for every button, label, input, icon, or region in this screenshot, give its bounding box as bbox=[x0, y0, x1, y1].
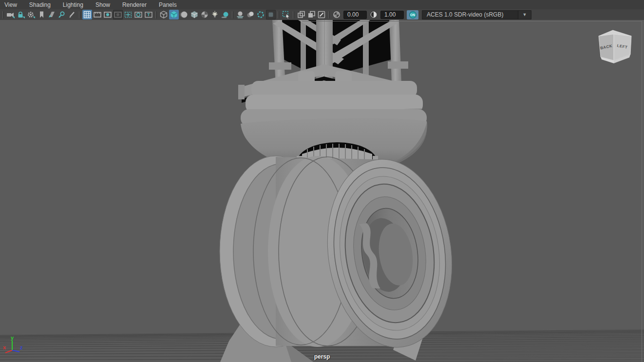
gate-mask-icon[interactable] bbox=[113, 10, 123, 19]
toolbar-grip bbox=[278, 11, 279, 19]
shadows-icon[interactable] bbox=[220, 10, 230, 19]
image-plane-icon[interactable] bbox=[47, 10, 57, 19]
view-cube[interactable]: BACK LEFT bbox=[599, 30, 631, 63]
use-default-material-icon[interactable] bbox=[200, 10, 209, 19]
wireframe-icon[interactable] bbox=[159, 10, 169, 19]
axis-z-label: z bbox=[20, 344, 23, 350]
scene-canvas: y x z BACK LEFT bbox=[0, 20, 644, 362]
view-transform-toggle[interactable]: ON bbox=[407, 10, 418, 19]
viewport-3d[interactable]: y x z BACK LEFT persp bbox=[0, 20, 644, 362]
pan-zoom-icon[interactable] bbox=[57, 10, 67, 19]
lighting-icon[interactable] bbox=[210, 10, 220, 19]
split-view-icon[interactable] bbox=[306, 10, 316, 19]
color-space-dropdown[interactable]: ACES 1.0 SDR-video (sRGB) ▼ bbox=[422, 10, 531, 19]
menu-show[interactable]: Show bbox=[95, 1, 110, 8]
safe-title-icon[interactable]: T bbox=[144, 10, 153, 19]
menu-view[interactable]: View bbox=[4, 1, 17, 8]
model-wheel[interactable] bbox=[220, 151, 464, 355]
svg-text:T: T bbox=[147, 12, 150, 17]
axis-x-label: x bbox=[3, 344, 6, 350]
bookmark-icon[interactable] bbox=[37, 10, 46, 19]
toolbar-grip bbox=[232, 11, 233, 19]
exposure-icon[interactable] bbox=[332, 10, 341, 19]
resolution-gate-icon[interactable] bbox=[103, 10, 113, 19]
wireframe-on-shaded-icon[interactable] bbox=[189, 10, 199, 19]
field-chart-icon[interactable] bbox=[123, 10, 133, 19]
menu-lighting[interactable]: Lighting bbox=[63, 1, 83, 8]
camera-label: persp bbox=[0, 353, 644, 360]
panel-menubar: View Shading Lighting Show Renderer Pane… bbox=[0, 0, 644, 9]
smooth-shade-icon[interactable] bbox=[169, 10, 179, 19]
menu-panels[interactable]: Panels bbox=[159, 1, 177, 8]
textured-icon[interactable] bbox=[179, 10, 189, 19]
menu-shading[interactable]: Shading bbox=[29, 1, 51, 8]
gamma-field[interactable] bbox=[380, 11, 404, 19]
toolbar-grip bbox=[79, 11, 80, 19]
menu-renderer[interactable]: Renderer bbox=[122, 1, 147, 8]
camera-select-icon[interactable] bbox=[6, 10, 16, 19]
depth-of-field-icon[interactable] bbox=[266, 10, 276, 19]
isolate-select-icon[interactable] bbox=[281, 10, 291, 19]
color-space-label: ACES 1.0 SDR-video (sRGB) bbox=[422, 11, 518, 19]
annotate-icon[interactable] bbox=[317, 10, 326, 19]
maya-viewport-panel: View Shading Lighting Show Renderer Pane… bbox=[0, 0, 644, 362]
toolbar-grip bbox=[328, 11, 330, 19]
safe-action-icon[interactable] bbox=[133, 10, 143, 19]
contrast-icon[interactable] bbox=[369, 10, 379, 19]
on-badge: ON bbox=[409, 11, 417, 19]
anti-aliasing-icon[interactable] bbox=[256, 10, 265, 19]
exposure-field[interactable] bbox=[343, 11, 367, 19]
occlusion-icon[interactable] bbox=[235, 10, 245, 19]
duplicate-view-icon[interactable] bbox=[296, 10, 306, 19]
camera-lock-icon[interactable] bbox=[16, 10, 26, 19]
axis-y-label: y bbox=[11, 335, 14, 341]
camera-attributes-gear-icon[interactable] bbox=[26, 10, 36, 19]
toolbar-grip bbox=[155, 11, 157, 19]
panel-toolbar: T bbox=[0, 9, 644, 20]
toolbar-grip bbox=[2, 11, 4, 19]
grease-pencil-icon[interactable] bbox=[67, 10, 77, 19]
film-gate-icon[interactable] bbox=[93, 10, 102, 19]
motion-blur-icon[interactable] bbox=[246, 10, 255, 19]
grid-toggle-icon[interactable] bbox=[82, 10, 92, 19]
chevron-down-icon[interactable]: ▼ bbox=[518, 11, 531, 19]
toolbar-grip bbox=[293, 11, 294, 19]
